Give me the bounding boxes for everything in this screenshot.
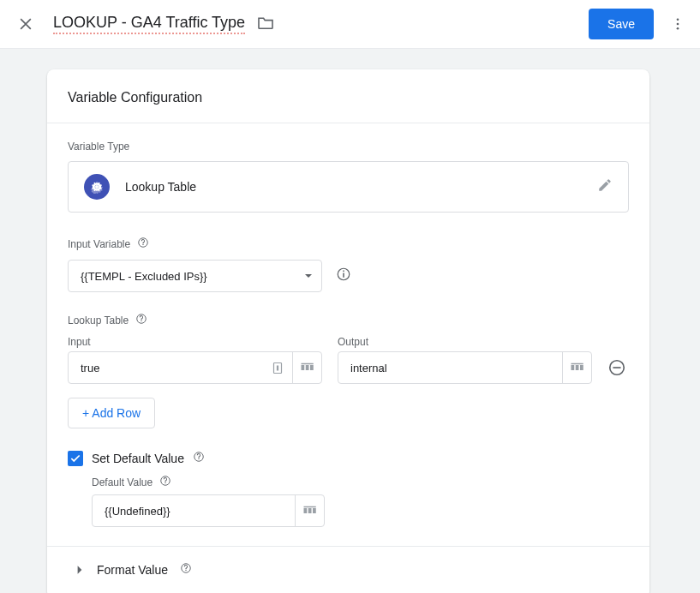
info-icon[interactable] <box>336 267 351 285</box>
remove-row-icon[interactable] <box>607 358 626 377</box>
gear-badge-icon <box>84 174 110 200</box>
svg-point-0 <box>677 18 679 21</box>
variable-type-label: Variable Type <box>68 141 629 153</box>
svg-rect-11 <box>301 365 304 370</box>
input-variable-label: Input Variable <box>68 238 130 250</box>
expand-field-icon[interactable] <box>263 352 292 383</box>
format-value-label: Format Value <box>97 563 168 577</box>
lookup-input-cell <box>68 351 322 384</box>
format-value-toggle[interactable]: Format Value <box>68 547 629 588</box>
svg-rect-12 <box>305 365 308 370</box>
svg-rect-18 <box>571 363 583 365</box>
set-default-checkbox[interactable] <box>68 451 83 466</box>
variable-picker-icon[interactable] <box>292 352 321 383</box>
input-variable-value: {{TEMPL - Excluded IPs}} <box>81 270 207 283</box>
svg-rect-10 <box>277 365 278 370</box>
svg-rect-7 <box>343 271 344 273</box>
default-value-cell <box>92 494 325 527</box>
save-button[interactable]: Save <box>589 9 654 39</box>
svg-rect-15 <box>571 365 574 370</box>
input-variable-select[interactable]: {{TEMPL - Excluded IPs}} <box>68 260 322 292</box>
default-value-label: Default Value <box>92 476 153 488</box>
lookup-output-cell <box>338 351 592 384</box>
help-icon[interactable] <box>137 237 149 251</box>
more-menu-icon[interactable] <box>667 14 688 34</box>
svg-rect-6 <box>343 273 344 278</box>
card-heading: Variable Configuration <box>47 69 649 123</box>
table-row <box>68 351 629 384</box>
folder-icon[interactable] <box>257 15 274 33</box>
lookup-table-label: Lookup Table <box>68 314 129 326</box>
help-icon[interactable] <box>135 313 147 327</box>
variable-config-card: Variable Configuration Variable Type Loo… <box>47 69 649 593</box>
svg-rect-26 <box>303 506 315 508</box>
svg-rect-25 <box>313 508 316 513</box>
variable-picker-icon[interactable] <box>295 495 324 526</box>
default-value-field[interactable] <box>93 505 295 518</box>
variable-type-selector[interactable]: Lookup Table <box>68 161 629 213</box>
lookup-input-field[interactable] <box>69 352 263 383</box>
close-icon[interactable] <box>15 14 36 34</box>
svg-point-1 <box>677 23 679 26</box>
svg-rect-24 <box>308 508 311 513</box>
svg-rect-17 <box>580 365 583 370</box>
page-title[interactable]: LOOKUP - GA4 Traffic Type <box>53 14 245 34</box>
help-icon[interactable] <box>180 562 192 578</box>
svg-rect-23 <box>303 508 307 513</box>
set-default-label: Set Default Value <box>92 452 184 465</box>
svg-rect-16 <box>575 365 578 370</box>
column-output-label: Output <box>338 336 592 348</box>
svg-rect-13 <box>310 365 314 370</box>
svg-rect-14 <box>301 363 313 365</box>
edit-icon[interactable] <box>597 177 613 196</box>
column-input-label: Input <box>68 336 322 348</box>
help-icon[interactable] <box>193 451 205 466</box>
variable-picker-icon[interactable] <box>562 352 591 383</box>
lookup-output-field[interactable] <box>338 352 562 383</box>
variable-type-name: Lookup Table <box>125 180 582 194</box>
svg-point-2 <box>677 27 679 30</box>
help-icon[interactable] <box>159 475 171 489</box>
add-row-button[interactable]: + Add Row <box>68 398 155 428</box>
